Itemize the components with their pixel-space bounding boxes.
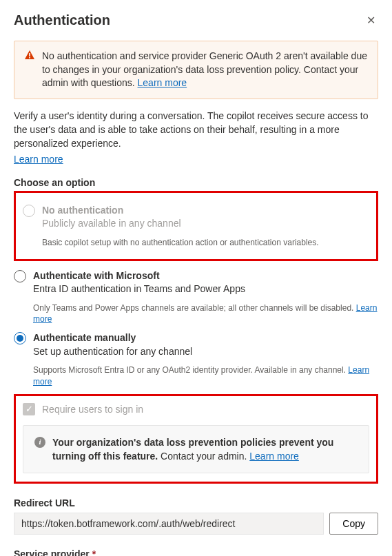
service-provider-label: Service provider * [14, 548, 378, 556]
option-title-ms: Authenticate with Microsoft [33, 269, 378, 282]
option-sub-manual: Set up authentication for any channel [33, 345, 378, 358]
radio-authenticate-manually[interactable] [14, 332, 26, 344]
dlp-info-panel: i Your organization's data loss preventi… [23, 425, 369, 474]
svg-rect-0 [29, 53, 30, 56]
highlight-require-signin: ✓ Require users to sign in i Your organi… [14, 394, 378, 484]
dlp-warning-alert: No authentication and service provider G… [14, 41, 378, 99]
intro-learn-more-link[interactable]: Learn more [14, 154, 63, 165]
option-sub-ms: Entra ID authentication in Teams and Pow… [33, 282, 378, 296]
radio-authenticate-microsoft[interactable] [14, 270, 26, 282]
choose-option-label: Choose an option [14, 177, 378, 188]
copy-button[interactable]: Copy [329, 513, 378, 535]
redirect-url-input[interactable] [14, 513, 324, 535]
close-button[interactable]: ✕ [364, 11, 378, 30]
alert-text: No authentication and service provider G… [42, 50, 367, 88]
required-asterisk: * [92, 548, 96, 556]
intro-text: Verify a user's identity during a conver… [14, 110, 368, 150]
highlight-no-auth-option: No authentication Publicly available in … [14, 191, 378, 261]
radio-no-authentication [23, 205, 35, 217]
info-icon: i [34, 437, 45, 448]
info-panel-rest: Contact your admin. [158, 451, 249, 462]
option-hint-no-auth: Basic copilot setup with no authenticati… [42, 237, 369, 248]
option-sub-no-auth: Publicly available in any channel [42, 217, 369, 230]
info-learn-more-link[interactable]: Learn more [249, 451, 299, 462]
option-title-manual: Authenticate manually [33, 331, 378, 344]
checkbox-require-signin: ✓ [23, 403, 35, 415]
svg-rect-1 [29, 57, 30, 59]
alert-learn-more-link[interactable]: Learn more [138, 77, 187, 88]
require-signin-label: Require users to sign in [42, 404, 143, 415]
redirect-url-label: Redirect URL [14, 497, 378, 508]
option-hint-ms: Only Teams and Power Apps channels are a… [33, 303, 356, 313]
warning-icon [24, 50, 35, 90]
page-title: Authentication [14, 12, 110, 28]
option-hint-manual: Supports Microsoft Entra ID or any OAuth… [33, 365, 348, 375]
option-title-no-auth: No authentication [42, 204, 369, 216]
checkmark-icon: ✓ [25, 404, 33, 414]
close-icon: ✕ [367, 14, 375, 26]
